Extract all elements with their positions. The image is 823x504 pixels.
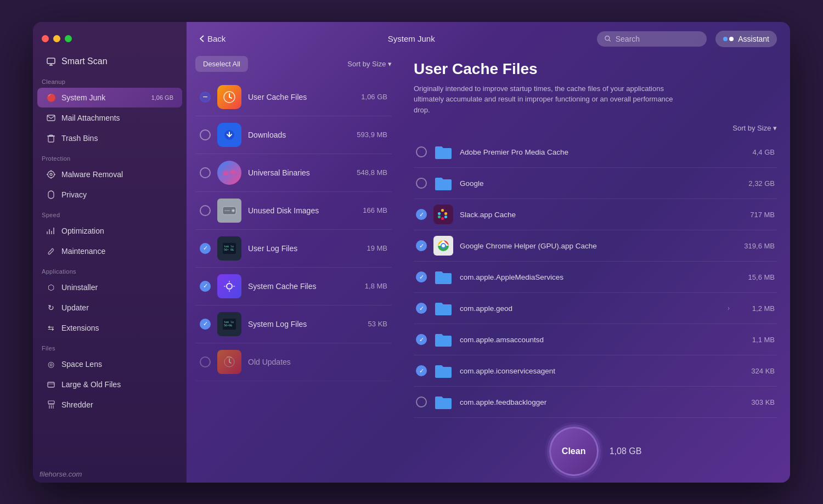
- adobe-size: 4,4 GB: [736, 148, 775, 156]
- sidebar-item-maintenance[interactable]: Maintenance: [37, 241, 182, 261]
- list-item-universal-binaries[interactable]: Universal Binaries 548,8 MB: [195, 154, 392, 192]
- detail-title: User Cache Files: [414, 60, 777, 78]
- sidebar-item-system-junk[interactable]: 🔴 System Junk 1,06 GB: [37, 88, 182, 107]
- list-item-system-cache[interactable]: ✓ System Cache Files 1,8 MB: [195, 268, 392, 305]
- sidebar-item-smart-scan[interactable]: Smart Scan: [37, 51, 182, 72]
- radio-system-log: ✓: [200, 319, 211, 330]
- radio-universal-binaries: [200, 167, 211, 178]
- old-updates-icon: [217, 350, 241, 374]
- detail-sort-button[interactable]: Sort by Size ▾: [732, 124, 777, 132]
- sidebar-item-space-lens[interactable]: ◎ Space Lens: [37, 354, 182, 374]
- search-bar[interactable]: [597, 31, 707, 47]
- assistant-button[interactable]: Assistant: [715, 31, 777, 47]
- svg-rect-44: [444, 216, 447, 218]
- list-item-system-log[interactable]: ✓ tem lo 56•0& System Log Files 53 KB: [195, 305, 392, 343]
- updater-icon: ↻: [46, 303, 56, 313]
- malware-icon: [46, 169, 56, 179]
- chevron-right-icon: ›: [728, 304, 730, 312]
- close-button[interactable]: [42, 35, 49, 42]
- svg-point-11: [50, 173, 52, 175]
- sidebar-item-mail-attachments[interactable]: Mail Attachments: [37, 108, 182, 128]
- section-label-cleanup: Cleanup: [33, 72, 187, 87]
- app-window: Smart Scan Cleanup 🔴 System Junk 1,06 GB…: [33, 22, 790, 483]
- user-cache-icon: [217, 85, 241, 109]
- section-label-applications: Applications: [33, 262, 187, 277]
- svg-rect-16: [48, 382, 54, 387]
- chrome-size: 319,6 MB: [736, 242, 775, 250]
- user-log-icon: tem lo 56• 0&: [217, 236, 241, 261]
- detail-item-chrome[interactable]: ✓ Google Chrome Helper (GPU).app Cache: [414, 230, 777, 262]
- detail-item-adobe[interactable]: Adobe Premier Pro Media Cache 4,4 GB: [414, 137, 777, 168]
- sidebar-item-shredder[interactable]: Shredder: [37, 395, 182, 415]
- clean-button[interactable]: Clean: [549, 427, 599, 476]
- system-junk-icon: 🔴: [46, 93, 56, 103]
- page-title: System Junk: [234, 34, 588, 43]
- maintenance-label: Maintenance: [61, 247, 105, 256]
- sidebar-item-optimization[interactable]: Optimization: [37, 221, 182, 241]
- detail-sort-bar: Sort by Size ▾: [414, 124, 777, 132]
- list-item-unused-disk[interactable]: Unused Disk Images 166 MB: [195, 192, 392, 230]
- sidebar-item-uninstaller[interactable]: ⬡ Uninstaller: [37, 278, 182, 297]
- window-controls: [33, 31, 187, 51]
- list-item-user-log[interactable]: ✓ tem lo 56• 0& User Log Files 19 MB: [195, 230, 392, 268]
- optimization-label: Optimization: [61, 226, 104, 235]
- detail-item-apple-icon[interactable]: ✓ com.apple.iconservicesagent 324 KB: [414, 355, 777, 387]
- detail-item-apple-feedback[interactable]: com.apple.feedbacklogger 303 KB: [414, 387, 777, 418]
- sort-by-size-button[interactable]: Sort by Size ▾: [347, 60, 392, 68]
- list-item-user-cache[interactable]: − User Cache Files 1,06 GB: [195, 78, 392, 116]
- google-label: Google: [460, 179, 730, 188]
- chrome-icon: [433, 236, 453, 256]
- deselect-all-button[interactable]: Deselect All: [195, 56, 248, 72]
- radio-system-cache: ✓: [200, 281, 211, 292]
- apple-ams-size: 1,1 MB: [736, 336, 775, 344]
- list-item-old-updates[interactable]: Old Updates: [195, 343, 392, 381]
- sidebar-item-extensions[interactable]: ⇆ Extensions: [37, 318, 182, 338]
- smart-scan-label: Smart Scan: [61, 56, 108, 66]
- dot-blue: [723, 37, 728, 41]
- svg-point-29: [233, 209, 234, 211]
- svg-rect-43: [444, 212, 447, 215]
- detail-item-google[interactable]: Google 2,32 GB: [414, 168, 777, 199]
- downloads-size: 593,9 MB: [357, 131, 387, 139]
- apple-media-label: com.apple.AppleMediaServices: [460, 273, 730, 281]
- trash-bins-label: Trash Bins: [61, 134, 98, 143]
- svg-text:56•0&: 56•0&: [224, 324, 232, 327]
- apple-feedback-size: 303 KB: [736, 398, 775, 406]
- system-junk-badge: 1,06 GB: [151, 94, 173, 101]
- user-cache-size: 1,06 GB: [361, 93, 387, 101]
- detail-item-apple-geod[interactable]: ✓ com.apple.geod › 1,2 MB: [414, 293, 777, 324]
- trash-icon: [46, 133, 56, 143]
- detail-item-apple-media[interactable]: ✓ com.apple.AppleMediaServices 15,6 MB: [414, 262, 777, 293]
- radio-apple-feedback: [416, 397, 427, 407]
- updater-label: Updater: [61, 303, 89, 312]
- svg-line-23: [609, 40, 611, 42]
- downloads-label: Downloads: [248, 131, 350, 139]
- unused-disk-label: Unused Disk Images: [248, 206, 356, 215]
- sidebar-item-updater[interactable]: ↻ Updater: [37, 298, 182, 318]
- search-input[interactable]: [616, 35, 699, 43]
- space-lens-icon: ◎: [46, 359, 56, 369]
- sidebar-item-privacy[interactable]: Privacy: [37, 185, 182, 205]
- radio-apple-geod: ✓: [416, 303, 427, 314]
- clean-label: Clean: [562, 446, 586, 456]
- sidebar-item-trash-bins[interactable]: Trash Bins: [37, 128, 182, 148]
- detail-item-apple-ams[interactable]: ✓ com.apple.amsaccountsd 1,1 MB: [414, 324, 777, 355]
- maximize-button[interactable]: [65, 35, 72, 42]
- sidebar-item-malware-removal[interactable]: Malware Removal: [37, 165, 182, 184]
- unused-disk-icon: [217, 199, 241, 223]
- main-content: Back System Junk Assistant: [187, 22, 790, 483]
- minimize-button[interactable]: [53, 35, 60, 42]
- detail-item-slack[interactable]: ✓ Slack.app Cache 717 MB: [414, 199, 777, 230]
- privacy-label: Privacy: [61, 190, 87, 199]
- extensions-label: Extensions: [61, 324, 99, 332]
- top-bar: Back System Junk Assistant: [187, 22, 790, 56]
- section-label-protection: Protection: [33, 149, 187, 164]
- sidebar-section-speed: Speed Optimization: [33, 205, 187, 262]
- back-button[interactable]: Back: [200, 34, 226, 43]
- apple-media-size: 15,6 MB: [736, 273, 775, 281]
- folder-icon-apple-feedback: [433, 392, 453, 412]
- downloads-icon: [217, 123, 241, 147]
- sidebar-item-large-old-files[interactable]: Large & Old Files: [37, 375, 182, 394]
- content-area: Deselect All Sort by Size ▾ − User Cache: [187, 56, 790, 483]
- list-item-downloads[interactable]: Downloads 593,9 MB: [195, 116, 392, 154]
